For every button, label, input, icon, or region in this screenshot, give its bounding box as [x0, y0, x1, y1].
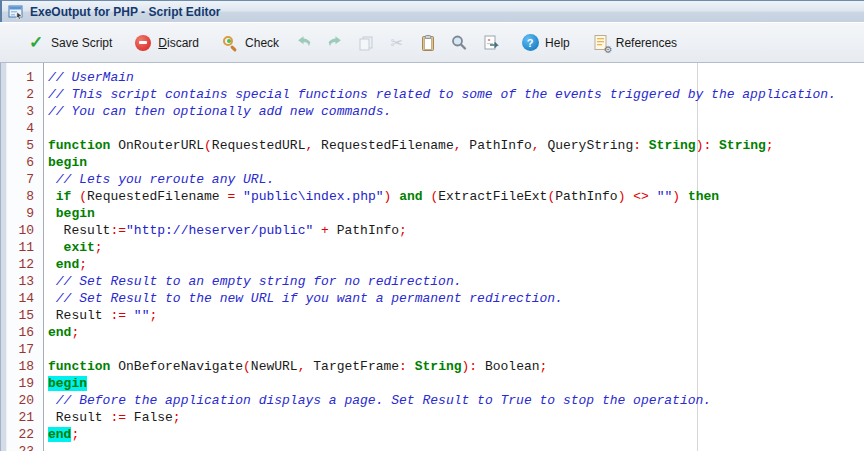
code-line[interactable]: 7 // Lets you reroute any URL.	[7, 171, 864, 188]
goto-document-icon	[481, 34, 499, 52]
line-number[interactable]: 4	[7, 120, 43, 137]
code-line[interactable]: 19begin	[7, 375, 864, 392]
code-line[interactable]: 5function OnRouterURL(RequestedURL, Requ…	[7, 137, 864, 154]
window-left-border	[0, 63, 7, 451]
code-text: // Before the application displays a pag…	[43, 392, 711, 409]
goto-line-button[interactable]	[481, 34, 499, 52]
code-text: if (RequestedFilename = "public\index.ph…	[43, 188, 719, 205]
search-icon	[450, 34, 468, 52]
redo-button[interactable]	[326, 34, 344, 52]
code-line[interactable]: 15 Result := "";	[7, 307, 864, 324]
code-line[interactable]: 4	[7, 120, 864, 137]
line-number[interactable]: 16	[7, 324, 43, 341]
code-text: end;	[43, 324, 79, 341]
discard-label: Discard	[158, 36, 199, 50]
help-icon: ?	[521, 34, 539, 52]
save-check-icon: ✓	[27, 34, 45, 52]
code-line[interactable]: 17	[7, 341, 864, 358]
save-script-button[interactable]: ✓ Save Script	[27, 34, 112, 52]
code-text: begin	[43, 375, 87, 392]
copy-icon	[357, 34, 375, 52]
code-line[interactable]: 6begin	[7, 154, 864, 171]
line-number[interactable]: 11	[7, 239, 43, 256]
check-button[interactable]: Check	[221, 34, 279, 52]
code-line[interactable]: 9 begin	[7, 205, 864, 222]
app-window-icon	[7, 3, 25, 21]
window-title: ExeOutput for PHP - Script Editor	[30, 5, 220, 19]
cut-button[interactable]: ✂	[388, 34, 406, 52]
code-text: Result:="http://heserver/public" + PathI…	[43, 222, 407, 239]
code-text: Result := False;	[43, 409, 181, 426]
code-line[interactable]: 12 end;	[7, 256, 864, 273]
copy-button[interactable]	[357, 34, 375, 52]
help-label: Help	[545, 36, 570, 50]
code-text: // This script contains special function…	[43, 86, 836, 103]
references-icon: ⚙	[592, 34, 610, 52]
code-text	[43, 120, 48, 137]
code-line[interactable]: 21 Result := False;	[7, 409, 864, 426]
paste-clipboard-icon	[419, 34, 437, 52]
script-editor-window: ExeOutput for PHP - Script Editor ✓ Save…	[0, 0, 864, 451]
code-line[interactable]: 20 // Before the application displays a …	[7, 392, 864, 409]
code-line[interactable]: 23	[7, 443, 864, 451]
line-number[interactable]: 3	[7, 103, 43, 120]
line-number[interactable]: 5	[7, 137, 43, 154]
code-line[interactable]: 8 if (RequestedFilename = "public\index.…	[7, 188, 864, 205]
references-button[interactable]: ⚙ References	[592, 34, 677, 52]
line-number[interactable]: 18	[7, 358, 43, 375]
line-number[interactable]: 1	[7, 69, 43, 86]
code-text: function OnRouterURL(RequestedURL, Reque…	[43, 137, 774, 154]
toolbar: ✓ Save Script Discard Check	[0, 22, 864, 63]
line-number[interactable]: 15	[7, 307, 43, 324]
code-line[interactable]: 14 // Set Result to the new URL if you w…	[7, 290, 864, 307]
line-number[interactable]: 23	[7, 443, 43, 451]
code-text: // Lets you reroute any URL.	[43, 171, 274, 188]
code-text	[43, 443, 48, 451]
line-number[interactable]: 7	[7, 171, 43, 188]
line-number[interactable]: 21	[7, 409, 43, 426]
check-label: Check	[245, 36, 279, 50]
help-button[interactable]: ? Help	[521, 34, 570, 52]
code-text: begin	[43, 154, 87, 171]
code-line[interactable]: 11 exit;	[7, 239, 864, 256]
code-text: // Set Result to an empty string for no …	[43, 273, 461, 290]
code-text: function OnBeforeNavigate(NewURL, Target…	[43, 358, 547, 375]
line-number[interactable]: 2	[7, 86, 43, 103]
line-number[interactable]: 14	[7, 290, 43, 307]
cut-scissors-icon: ✂	[388, 34, 406, 52]
code-area[interactable]: 1// UserMain2// This script contains spe…	[7, 63, 864, 451]
line-number[interactable]: 20	[7, 392, 43, 409]
code-text	[43, 341, 48, 358]
code-text: exit;	[43, 239, 103, 256]
check-syntax-icon	[221, 34, 239, 52]
discard-icon	[134, 34, 152, 52]
line-number[interactable]: 19	[7, 375, 43, 392]
code-line[interactable]: 3// You can then optionally add new comm…	[7, 103, 864, 120]
undo-button[interactable]	[295, 34, 313, 52]
code-text: begin	[43, 205, 95, 222]
undo-icon	[295, 34, 313, 52]
code-line[interactable]: 22end;	[7, 426, 864, 443]
code-text: Result := "";	[43, 307, 157, 324]
save-script-label: Save Script	[51, 36, 112, 50]
line-number[interactable]: 8	[7, 188, 43, 205]
redo-icon	[326, 34, 344, 52]
code-line[interactable]: 16end;	[7, 324, 864, 341]
discard-button[interactable]: Discard	[134, 34, 199, 52]
code-line[interactable]: 18function OnBeforeNavigate(NewURL, Targ…	[7, 358, 864, 375]
find-button[interactable]	[450, 34, 468, 52]
line-number[interactable]: 9	[7, 205, 43, 222]
line-number[interactable]: 6	[7, 154, 43, 171]
code-line[interactable]: 2// This script contains special functio…	[7, 86, 864, 103]
line-number[interactable]: 12	[7, 256, 43, 273]
line-number[interactable]: 13	[7, 273, 43, 290]
code-line[interactable]: 1// UserMain	[7, 69, 864, 86]
script-editor[interactable]: 1// UserMain2// This script contains spe…	[0, 63, 864, 451]
line-number[interactable]: 10	[7, 222, 43, 239]
titlebar[interactable]: ExeOutput for PHP - Script Editor	[0, 0, 864, 22]
line-number[interactable]: 17	[7, 341, 43, 358]
paste-button[interactable]	[419, 34, 437, 52]
line-number[interactable]: 22	[7, 426, 43, 443]
code-line[interactable]: 13 // Set Result to an empty string for …	[7, 273, 864, 290]
code-line[interactable]: 10 Result:="http://heserver/public" + Pa…	[7, 222, 864, 239]
